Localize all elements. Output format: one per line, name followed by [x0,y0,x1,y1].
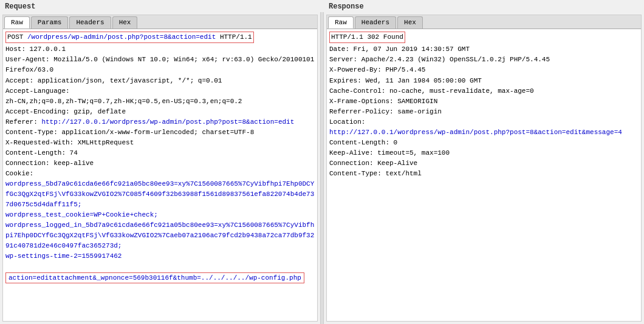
response-content[interactable]: HTTP/1.1 302 Found Date: Fri, 07 Jun 201… [327,29,641,321]
resp-header-content-type: Content-Type: text/html [329,169,639,179]
panel-labels: Request Response [0,0,644,12]
panels-container: Raw Params Headers Hex POST /wordpress/w… [0,12,644,324]
cookie-value-4: wp-settings-time-2=1559917462 [5,251,315,262]
response-label: Response [324,0,644,12]
header-accept-language: Accept-Language: [5,86,315,96]
request-url-line: POST /wordpress/wp-admin/post.php?post=8… [5,32,254,43]
header-x-requested-with: X-Requested-With: XMLHttpRequest [5,138,315,148]
cookie-value-2: wordpress_test_cookie=WP+Cookie+check; [5,210,315,220]
resp-header-location-value: http://127.0.0.1/wordpress/wp-admin/post… [329,127,639,138]
header-referer: Referer: http://127.0.0.1/wordpress/wp-a… [5,117,315,127]
tab-response-raw[interactable]: Raw [328,16,354,29]
resp-header-x-powered-by: X-Powered-By: PHP/5.4.45 [329,65,639,75]
resp-header-expires: Expires: Wed, 11 Jan 1984 05:00:00 GMT [329,76,639,86]
request-content[interactable]: POST /wordpress/wp-admin/post.php?post=8… [3,29,317,321]
tab-request-hex[interactable]: Hex [112,16,138,29]
resp-header-keep-alive: Keep-Alive: timeout=5, max=100 [329,148,639,158]
tab-response-headers[interactable]: Headers [355,16,396,29]
response-status-line: HTTP/1.1 302 Found [329,32,405,43]
header-content-type: Content-Type: application/x-www-form-url… [5,127,315,138]
tab-request-headers[interactable]: Headers [69,16,111,29]
cookie-value-1: wordpress_5bd7a9c61cda6e66fc921a05bc80ee… [5,179,315,210]
resp-header-connection: Connection: Keep-Alive [329,158,639,169]
header-user-agent: User-Agent: Mozilla/5.0 (Windows NT 10.0… [5,55,315,75]
tab-response-hex[interactable]: Hex [397,16,423,29]
header-cookie-label: Cookie: [5,169,315,179]
resp-header-x-frame-options: X-Frame-Options: SAMEORIGIN [329,96,639,107]
status-code: 302 Found [367,33,403,41]
request-panel: Raw Params Headers Hex POST /wordpress/w… [2,15,318,322]
resp-header-date: Date: Fri, 07 Jun 2019 14:30:57 GMT [329,44,639,55]
post-body-link[interactable]: action=editattachment&_wpnonce=569b30116… [9,274,301,282]
request-url-link[interactable]: /wordpress/wp-admin/post.php?post=8&acti… [27,33,216,41]
post-body: action=editattachment&_wpnonce=569b30116… [5,272,304,283]
header-accept-encoding: Accept-Encoding: gzip, deflate [5,107,315,117]
header-host: Host: 127.0.0.1 [5,44,315,55]
resp-header-cache-control: Cache-Control: no-cache, must-revalidate… [329,86,639,96]
response-panel: Raw Headers Hex HTTP/1.1 302 Found Date:… [326,15,642,322]
request-label: Request [0,0,320,12]
cookie-value-3: wordpress_logged_in_5bd7a9c61cda6e66fc92… [5,220,315,251]
tab-request-params[interactable]: Params [31,16,69,29]
response-tab-bar: Raw Headers Hex [327,15,641,29]
panel-divider [320,12,324,324]
resp-header-server: Server: Apache/2.4.23 (Win32) OpenSSL/1.… [329,55,639,65]
resp-header-location-label: Location: [329,117,639,127]
request-tab-bar: Raw Params Headers Hex [3,15,317,29]
tab-request-raw[interactable]: Raw [4,16,30,29]
resp-header-content-length: Content-Length: 0 [329,138,639,148]
referer-link[interactable]: http://127.0.0.1/wordpress/wp-admin/post… [41,118,294,126]
header-accept: Accept: application/json, text/javascrip… [5,76,315,86]
header-accept-language-value: zh-CN,zh;q=0.8,zh-TW;q=0.7,zh-HK;q=0.5,e… [5,96,315,107]
header-content-length: Content-Length: 74 [5,148,315,158]
resp-header-referrer-policy: Referrer-Policy: same-origin [329,107,639,117]
header-connection: Connection: keep-alive [5,158,315,169]
